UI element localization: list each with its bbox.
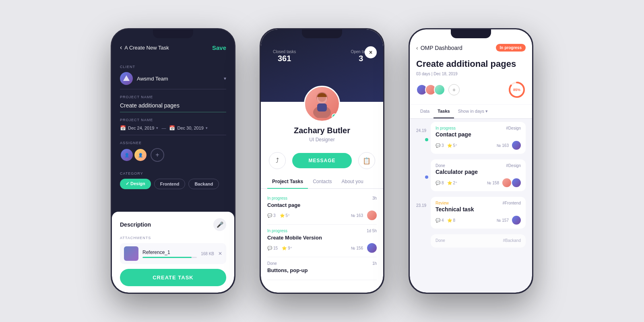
p3-status-badge: In progress xyxy=(496,44,526,52)
p2-task-num-2: № 156 xyxy=(351,246,363,250)
p1-add-assignee-button[interactable]: + xyxy=(151,148,164,162)
p3-task-row1-4: Done #Backand xyxy=(436,238,521,243)
p1-dropdown-icon[interactable]: ▾ xyxy=(224,76,226,81)
calendar-end-icon: 📅 xyxy=(169,125,175,131)
p2-task-item-3[interactable]: Done 1h Buttons, pop-up xyxy=(267,257,377,280)
p3-task-item-4[interactable]: Done #Backand xyxy=(431,234,526,248)
p1-assignee-row: 👤 👤 + xyxy=(120,148,226,166)
p3-tabs: Data Tasks Show in days ▾ xyxy=(410,105,532,119)
p3-task-wrap-3: Review #Frontend Technical task 💬4 ⭐8 № … xyxy=(431,197,526,232)
p2-task-item-1[interactable]: In progress 3h Contact page 💬3 ⭐5⁺ № 163 xyxy=(267,192,377,225)
p1-att-name: Reference_1 xyxy=(142,250,197,255)
p2-task-name-2: Create Mobile Version xyxy=(267,235,377,241)
p1-save-button[interactable]: Save xyxy=(212,44,226,51)
p3-add-member-button[interactable]: + xyxy=(448,84,460,95)
p3-task-wrap-2: Done #Design Calculator page 💬8 ⭐2⁺ № 15… xyxy=(431,159,526,194)
p3-tab-data[interactable]: Data xyxy=(416,105,433,118)
p2-task-top-2: In progress 1d 5h xyxy=(267,229,377,233)
phone-3-screen: ‹ OMP Dashboard In progress Create addit… xyxy=(410,29,532,293)
p3-task-name-3: Technical task xyxy=(436,206,521,213)
p2-task-list: In progress 3h Contact page 💬3 ⭐5⁺ № 163… xyxy=(261,189,383,293)
p1-desc-header: Description 🎤 xyxy=(120,218,226,231)
phone-2: × Closed tasks 361 Open tasks 3 xyxy=(260,28,384,294)
p2-closed-stat: Closed tasks 361 xyxy=(273,50,296,63)
p1-att-close-button[interactable]: ✕ xyxy=(218,251,222,256)
phones-container: ‹ A Create New Task Save CLIENT Awsmd Te… xyxy=(111,28,533,294)
p1-project-input[interactable]: Create additional pages xyxy=(120,102,226,112)
p3-task-num-2: № 158 xyxy=(487,181,499,185)
p2-tab-about[interactable]: About you xyxy=(337,175,368,188)
p3-task-bottom-3: 💬4 ⭐8 № 157 xyxy=(436,216,521,225)
p3-task-row1-1: In progress #Design xyxy=(436,126,521,130)
p1-att-label: ATTACHMENTS xyxy=(120,236,226,240)
p2-task-status-1: In progress xyxy=(267,196,287,200)
p2-profile-avatar xyxy=(304,86,340,122)
p2-message-button[interactable]: MESSAGE xyxy=(292,153,352,168)
p3-task-row-2: Done #Design Calculator page 💬8 ⭐2⁺ № 15… xyxy=(416,159,526,194)
p2-closed-value: 361 xyxy=(273,54,296,63)
p2-tabs: Project Tasks Contacts About you xyxy=(261,175,383,189)
p2-star-count-2: ⭐9⁺ xyxy=(282,246,292,250)
p3-task-tag-4: #Backand xyxy=(503,238,521,243)
p3-back-icon[interactable]: ‹ xyxy=(416,45,418,51)
p1-category-frontend[interactable]: Frontend xyxy=(154,179,186,189)
p3-comments-2: 💬8 xyxy=(436,181,444,185)
p3-task-wrap-1: In progress #Design Contact page 💬3 ⭐5⁺ … xyxy=(431,122,526,157)
p2-task-time-2: 1d 5h xyxy=(367,229,377,233)
p2-task-name-1: Contact page xyxy=(267,202,377,208)
p2-task-top-3: Done 1h xyxy=(267,261,377,266)
p1-att-thumbnail xyxy=(124,246,138,261)
phone-2-notch xyxy=(302,29,342,38)
p2-star-count-1: ⭐5⁺ xyxy=(280,213,290,218)
p2-comment-count-2: 💬15 xyxy=(267,246,278,250)
p1-date-dash: — xyxy=(161,126,166,130)
p2-actions: ⤴ MESSAGE 📋 xyxy=(261,147,383,175)
p1-end-date-text: Dec 30, 2019 xyxy=(177,126,203,130)
p1-create-task-button[interactable]: CREATE TASK xyxy=(120,269,226,286)
p1-desc-card: Description 🎤 ATTACHMENTS Reference_1 16… xyxy=(112,212,234,293)
p3-stars-2: ⭐2⁺ xyxy=(447,181,458,185)
p2-task-top-1: In progress 3h xyxy=(267,196,377,200)
p3-progress-circle: 85% xyxy=(508,81,526,99)
p2-clipboard-button[interactable]: 📋 xyxy=(358,152,375,169)
p3-task-item-1[interactable]: In progress #Design Contact page 💬3 ⭐5⁺ … xyxy=(431,122,526,154)
p1-end-date[interactable]: 📅 Dec 30, 2019 ▾ xyxy=(169,125,207,131)
p1-category-design[interactable]: ✓ Design xyxy=(120,179,151,189)
p1-mic-button[interactable]: 🎤 xyxy=(213,218,226,231)
p3-task-row-1: 24.19 In progress #Design Contact page 💬… xyxy=(416,122,526,157)
p3-task-item-2[interactable]: Done #Design Calculator page 💬8 ⭐2⁺ № 15… xyxy=(431,159,526,191)
p3-date-1: 24.19 xyxy=(416,122,427,133)
p3-task-row-4: Done #Backand xyxy=(416,234,526,251)
p1-client-row[interactable]: Awsmd Team ▾ xyxy=(120,72,226,89)
p3-task-tag-3: #Frontend xyxy=(502,201,521,205)
svg-rect-4 xyxy=(317,103,327,111)
p3-tab-tasks[interactable]: Tasks xyxy=(433,105,454,118)
p3-task-bottom-2: 💬8 ⭐2⁺ № 158 xyxy=(436,178,521,187)
p2-online-indicator xyxy=(332,114,337,119)
p2-task-meta-1: 💬3 ⭐5⁺ № 163 xyxy=(267,211,377,220)
p1-category-backend[interactable]: Backand xyxy=(188,179,219,189)
p2-tab-project-tasks[interactable]: Project Tasks xyxy=(267,175,308,188)
p1-category-row: ✓ Design Frontend Backand xyxy=(120,179,226,195)
p3-task-row-3: 23.19 Review #Frontend Technical task 💬4… xyxy=(416,197,526,232)
p2-task-time-1: 3h xyxy=(372,196,377,200)
p2-tab-contacts[interactable]: Contacts xyxy=(308,175,336,188)
p3-team-avatar-3 xyxy=(434,84,445,95)
p1-client-avatar xyxy=(120,72,133,85)
phone-1-notch xyxy=(153,29,193,38)
p3-task-name-2: Calculator page xyxy=(436,169,521,175)
p2-task-item-2[interactable]: In progress 1d 5h Create Mobile Version … xyxy=(267,225,377,257)
p3-task-item-3[interactable]: Review #Frontend Technical task 💬4 ⭐8 № … xyxy=(431,197,526,229)
p1-att-info: Reference_1 xyxy=(142,250,197,258)
p1-att-progress-bar xyxy=(142,257,197,258)
p2-close-button[interactable]: × xyxy=(365,46,377,58)
p3-tab-show-days[interactable]: Show in days ▾ xyxy=(454,105,492,118)
p3-date-4 xyxy=(416,234,427,241)
p1-start-date[interactable]: 📅 Dec 24, 2019 ▾ xyxy=(120,125,158,131)
phone-3-notch xyxy=(451,29,491,38)
p3-task-row1-2: Done #Design xyxy=(436,163,521,168)
p3-date-3: 23.19 xyxy=(416,197,427,208)
p1-back-button[interactable]: ‹ A Create New Task xyxy=(120,44,169,51)
p2-share-button[interactable]: ⤴ xyxy=(269,152,286,169)
calendar-icon: 📅 xyxy=(120,125,126,131)
